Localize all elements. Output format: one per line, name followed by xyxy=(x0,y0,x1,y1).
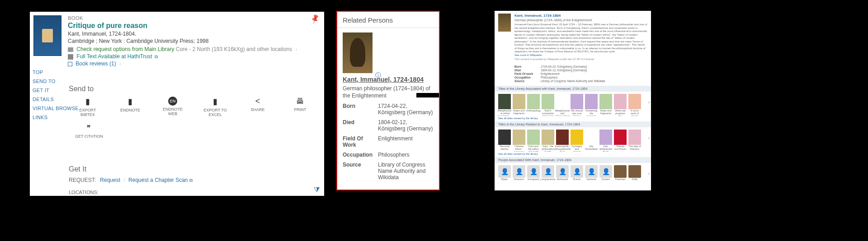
carousel-next-icon[interactable]: › xyxy=(648,171,650,176)
title-card[interactable]: Personal identity xyxy=(498,130,511,152)
title-card[interactable]: Kant's conception of freedom xyxy=(542,94,554,116)
title-thumbnail xyxy=(585,130,598,145)
title-card[interactable]: A minor work of Kant's xyxy=(628,94,641,116)
title-card[interactable]: Die Sinnlichkeit xyxy=(585,130,598,152)
print-button[interactable]: 🖶PRINT xyxy=(288,97,313,117)
person-name-link[interactable]: Kant, Immanuel, 1724-1804 xyxy=(343,76,434,83)
nav-details[interactable]: DETAILS xyxy=(33,97,79,102)
nav-send-to[interactable]: SEND TO xyxy=(33,79,79,84)
title-card[interactable]: Anthropology xyxy=(527,94,540,116)
title-thumbnail xyxy=(513,130,525,145)
nav-virtual-browse[interactable]: VIRTUAL BROWSE xyxy=(33,106,79,111)
person-card[interactable]: 👤Strawson xyxy=(513,165,525,185)
carousel-next-icon[interactable]: › xyxy=(648,100,650,105)
title-thumbnail xyxy=(599,94,612,109)
export-excel-button[interactable]: ▮EXPORT TO EXCEL xyxy=(203,97,228,117)
see-all-titles-link[interactable]: See all titles owned by the library xyxy=(495,117,651,121)
title-card[interactable]: Concepts and objects xyxy=(571,130,583,152)
chapter-scan-link[interactable]: Request a Chapter Scan ⧉ xyxy=(128,177,193,183)
title-thumbnail xyxy=(542,130,554,145)
related-titles-heading: Titles in the Library Related to Kant, I… xyxy=(495,121,651,127)
get-citation-button[interactable]: ❞ GET CITATION xyxy=(75,124,103,139)
share-button[interactable]: <SHARE xyxy=(245,97,270,117)
title-card[interactable]: Metaphysics : a critical translation... xyxy=(498,94,511,116)
nav-top[interactable]: TOP xyxy=(33,70,79,75)
title-card[interactable]: Chinese ethics : autonomy and Tao xyxy=(513,130,525,152)
title-card[interactable]: Kant and the ethics of humility xyxy=(527,130,540,152)
title-card[interactable]: Notes and fragments xyxy=(599,94,612,116)
title-caption: Das ästhetische Buch xyxy=(599,145,612,152)
carousel-next-icon[interactable]: › xyxy=(648,135,650,140)
endnote-web-button[interactable]: ENENDNOTE WEB xyxy=(160,97,185,117)
title-thumbnail xyxy=(556,94,569,109)
title-thumbnail xyxy=(571,130,583,145)
title-card[interactable]: Kant : the philosophy of right, Williams xyxy=(542,130,554,152)
title-caption: Kant's conception of freedom xyxy=(542,110,554,116)
hathitrust-link[interactable]: Full Text Available at HathiTrust ⧉ xyxy=(68,53,158,60)
person-avatar-icon xyxy=(628,165,641,178)
title-caption: Theorie und Praxis xyxy=(614,145,627,152)
person-avatar-icon: 👤 xyxy=(556,165,569,178)
person-name-label: Korsgaard xyxy=(528,178,539,185)
title-card[interactable]: We should see your glasses xyxy=(571,94,583,116)
detail-person-bio: Immanuel Kant (born Emanuel Kant; 22 Apr… xyxy=(514,23,647,57)
quote-icon: ❞ xyxy=(87,124,91,132)
title-thumbnail xyxy=(513,94,525,109)
pin-icon[interactable]: 📌 xyxy=(309,13,321,25)
person-card[interactable]: 👤Prauss xyxy=(571,165,583,185)
excel-icon: ▮ xyxy=(213,97,217,107)
chevron-right-icon: › xyxy=(119,61,121,66)
title-card[interactable]: Notes and fragments xyxy=(513,94,525,116)
person-card[interactable]: Friedman xyxy=(614,165,627,185)
title-thumbnail xyxy=(614,130,627,145)
person-card[interactable]: 👤Zuckert xyxy=(599,165,612,185)
see-all-titles-link-2[interactable]: See all titles owned by the library xyxy=(495,153,651,157)
get-it-heading: Get It xyxy=(69,165,86,173)
record-title[interactable]: Critique of pure reason xyxy=(68,22,147,30)
title-thumbnail xyxy=(498,130,511,145)
availability-line[interactable]: Check request options from Main Library … xyxy=(68,46,297,52)
associated-titles-row: Metaphysics : a critical translation...N… xyxy=(495,92,651,117)
person-card[interactable]: 👤Longuenesse xyxy=(542,165,554,185)
title-card[interactable]: Theorie und Praxis xyxy=(614,130,627,152)
title-thumbnail xyxy=(571,94,583,109)
person-portrait[interactable] xyxy=(343,32,373,73)
person-card[interactable]: 👤Pippin xyxy=(498,165,511,185)
see-more-wikipedia-link[interactable]: See more in Wikipedia xyxy=(514,54,542,56)
file-icon: ▮ xyxy=(85,97,90,107)
person-card[interactable]: 👤Gerhardt xyxy=(585,165,598,185)
person-name-label: Prauss xyxy=(573,178,580,185)
person-card[interactable]: Höffe xyxy=(628,165,641,185)
chevron-right-icon: › xyxy=(296,46,297,52)
book-cover-thumbnail[interactable] xyxy=(33,15,61,56)
title-caption: Anthropology xyxy=(526,110,541,116)
book-reviews-link[interactable]: Book reviews (1) › xyxy=(68,60,121,67)
endnote-button[interactable]: ▮ENDNOTE xyxy=(118,97,143,117)
nav-links[interactable]: LINKS xyxy=(33,115,79,120)
title-card[interactable]: What real progress has metaphysics xyxy=(614,94,627,116)
person-avatar-icon xyxy=(614,165,627,178)
title-card[interactable]: Metaphysical and philosophical works xyxy=(556,94,569,116)
title-card[interactable]: The idea of freedom xyxy=(628,130,641,152)
person-card[interactable]: 👤McDowell xyxy=(556,165,569,185)
share-icon: < xyxy=(255,97,260,106)
person-avatar-icon: 👤 xyxy=(498,165,511,178)
title-caption: We should see your glasses xyxy=(571,110,583,116)
request-link[interactable]: Request xyxy=(100,177,120,183)
person-card[interactable]: 👤Korsgaard xyxy=(527,165,540,185)
info-icon[interactable]: ⓘ xyxy=(375,71,381,79)
send-to-buttons: ▮EXPORT BIBTEX ▮ENDNOTE ENENDNOTE WEB ▮E… xyxy=(75,97,324,117)
export-bibtex-button[interactable]: ▮EXPORT BIBTEX xyxy=(75,97,100,117)
associated-people-row: 👤Pippin👤Strawson👤Korsgaard👤Longuenesse👤M… xyxy=(495,163,651,185)
title-thumbnail xyxy=(556,130,569,145)
title-card[interactable]: Das ästhetische Buch xyxy=(599,130,612,152)
title-caption: Kant and the ethics of humility xyxy=(527,145,540,152)
detail-person-subtitle: German philosopher (1724–1804) of the En… xyxy=(514,19,647,22)
detail-person-name[interactable]: Kant, Immanuel, 1724-1804 xyxy=(514,14,647,18)
title-caption: Notes and fragments xyxy=(599,110,612,116)
title-card[interactable]: Diskursethik : philosophische Texte xyxy=(556,130,569,152)
title-card[interactable]: Answering the question: What is... xyxy=(585,94,598,116)
title-caption: Chinese ethics : autonomy and Tao xyxy=(513,145,525,152)
filter-icon[interactable]: ⧩ xyxy=(314,186,320,194)
person-portrait-small xyxy=(498,14,511,32)
